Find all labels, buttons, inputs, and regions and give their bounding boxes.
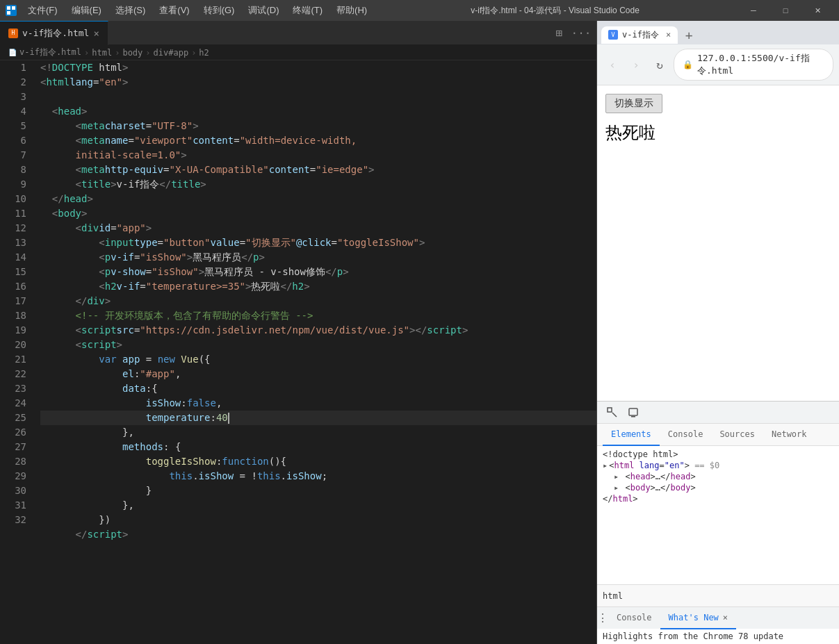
back-button[interactable]: ‹ xyxy=(603,55,622,74)
browser-tab-close[interactable]: × xyxy=(666,30,671,40)
file-icon: H xyxy=(8,28,18,38)
code-line-24: temperature:40 xyxy=(40,411,596,425)
code-line-25: }, xyxy=(40,425,596,440)
close-button[interactable]: ✕ xyxy=(801,0,833,21)
code-line-31: }) xyxy=(40,513,596,527)
code-content[interactable]: <!DOCTYPE html> <html lang="en"> <head> … xyxy=(35,60,596,644)
code-line-4: <head> xyxy=(40,104,596,119)
menu-select[interactable]: 选择(S) xyxy=(110,1,151,19)
breadcrumb-body[interactable]: body xyxy=(122,48,142,58)
code-line-23: isShow:false, xyxy=(40,396,596,411)
dom-doctype[interactable]: <!doctype html> xyxy=(603,449,833,460)
code-line-6: <meta name="viewport" content="width=dev… xyxy=(40,133,596,148)
dom-breadcrumb[interactable]: html xyxy=(603,591,623,601)
code-line-3 xyxy=(40,90,596,104)
browser-panel: V v-if指令 × + ‹ › ↻ 🔒 127.0.0.1:5500/v-if… xyxy=(596,21,839,644)
split-editor-button[interactable]: ⊞ xyxy=(549,23,569,42)
menu-debug[interactable]: 调试(D) xyxy=(243,1,284,19)
breadcrumb-h2[interactable]: h2 xyxy=(199,48,209,58)
lock-icon: 🔒 xyxy=(683,60,693,69)
app-icon xyxy=(6,5,17,16)
device-mode-button[interactable] xyxy=(624,403,643,422)
refresh-button[interactable]: ↻ xyxy=(650,55,669,74)
browser-tab-vif[interactable]: V v-if指令 × xyxy=(601,26,678,44)
toggle-display-button[interactable]: 切换显示 xyxy=(605,94,662,113)
code-line-30: }, xyxy=(40,498,596,513)
whats-new-bottom-tab[interactable]: What's New × xyxy=(660,607,736,629)
menu-goto[interactable]: 转到(G) xyxy=(198,1,241,19)
code-line-12: <input type="button" value="切换显示" @click… xyxy=(40,236,596,250)
window-controls: ─ □ ✕ xyxy=(738,0,833,21)
menu-file[interactable]: 文件(F) xyxy=(22,1,63,19)
sources-tab[interactable]: Sources xyxy=(711,424,763,446)
menu-terminal[interactable]: 终端(T) xyxy=(287,1,328,19)
close-tab-button[interactable]: × xyxy=(93,28,99,39)
dom-html-close[interactable]: </html> xyxy=(603,493,833,504)
tab-bar: H v-if指令.html × ⊞ ··· xyxy=(0,21,596,45)
tab-actions: ⊞ ··· xyxy=(549,23,596,42)
code-line-15: <h2 v-if="temperature>=35">热死啦</h2> xyxy=(40,279,596,294)
devtools-panel-tabs: Elements Console Sources Network xyxy=(597,424,839,446)
code-line-11: <div id="app"> xyxy=(40,221,596,236)
code-line-16: </div> xyxy=(40,294,596,308)
dom-body[interactable]: ▸ <body>…</body> xyxy=(603,482,833,493)
svg-rect-0 xyxy=(7,6,10,10)
devtools-footer: html xyxy=(597,584,839,606)
code-line-20: var app = new Vue({ xyxy=(40,352,596,367)
network-tab[interactable]: Network xyxy=(763,424,815,446)
more-actions-button[interactable]: ··· xyxy=(571,23,591,42)
console-bottom-tab[interactable]: Console xyxy=(608,607,660,629)
svg-rect-1 xyxy=(12,6,15,10)
code-line-2: <html lang="en"> xyxy=(40,75,596,90)
dom-head[interactable]: ▸ <head>…</head> xyxy=(603,471,833,482)
editor-tab-vif[interactable]: H v-if指令.html × xyxy=(0,21,108,45)
breadcrumb-html[interactable]: html xyxy=(92,48,112,58)
menu-view[interactable]: 查看(V) xyxy=(154,1,195,19)
code-line-18: <script src="https://cdn.jsdelivr.net/np… xyxy=(40,323,596,338)
breadcrumb-file[interactable]: v-if指令.html xyxy=(19,47,81,58)
menu-bar: 文件(F) 编辑(E) 选择(S) 查看(V) 转到(G) 调试(D) 终端(T… xyxy=(0,0,839,21)
breadcrumb: 📄 v-if指令.html › html › body › div#app › … xyxy=(0,45,596,60)
code-line-14: <p v-show="isShow">黑马程序员 - v-show修饰</p> xyxy=(40,265,596,279)
address-input[interactable]: 🔒 127.0.0.1:5500/v-if指令.html xyxy=(674,49,833,81)
code-editor[interactable]: 12345 678910 1112131415 1617181920 21222… xyxy=(0,60,596,644)
window-title: v-if指令.html - 04-源代码 - Visual Studio Cod… xyxy=(375,5,735,17)
browser-nav: V v-if指令 × + ‹ › ↻ 🔒 127.0.0.1:5500/v-if… xyxy=(597,21,839,85)
console-tab[interactable]: Console xyxy=(660,424,712,446)
code-line-26: methods: { xyxy=(40,440,596,454)
menu-help[interactable]: 帮助(H) xyxy=(331,1,373,19)
browser-address-bar: ‹ › ↻ 🔒 127.0.0.1:5500/v-if指令.html xyxy=(597,44,839,85)
code-line-17: <!-- 开发环境版本，包含了有帮助的命令行警告 --> xyxy=(40,308,596,323)
svg-rect-3 xyxy=(608,408,612,412)
code-line-9: </head> xyxy=(40,192,596,206)
menu-edit[interactable]: 编辑(E) xyxy=(66,1,107,19)
new-tab-button[interactable]: + xyxy=(679,25,699,44)
code-line-13: <p v-if="isShow">黑马程序员</p> xyxy=(40,250,596,265)
code-line-22: data:{ xyxy=(40,381,596,396)
code-line-6b: initial-scale=1.0"> xyxy=(40,148,596,163)
code-line-8: <title>v-if指令</title> xyxy=(40,177,596,192)
browser-content: 切换显示 热死啦 xyxy=(597,85,839,401)
whats-new-close-button[interactable]: × xyxy=(723,613,728,622)
devtools-settings-icon[interactable]: ⋮ xyxy=(597,613,608,624)
svg-rect-2 xyxy=(7,11,10,15)
breadcrumb-divapp[interactable]: div#app xyxy=(154,48,189,58)
code-line-28: this.isShow = !this.isShow; xyxy=(40,469,596,484)
line-numbers: 12345 678910 1112131415 1617181920 21222… xyxy=(0,60,35,644)
elements-tab[interactable]: Elements xyxy=(603,424,660,446)
devtools-dom-content[interactable]: <!doctype html> ▸<html lang="en"> == $0 … xyxy=(597,446,839,584)
code-line-21: el:"#app", xyxy=(40,367,596,381)
dom-html[interactable]: ▸<html lang="en"> == $0 xyxy=(603,460,833,471)
devtools-bottom-tabs: ⋮ Console What's New × xyxy=(597,606,839,629)
browser-favicon: V xyxy=(608,30,618,40)
editor-area: H v-if指令.html × ⊞ ··· 📄 v-if指令.html › ht… xyxy=(0,21,596,644)
code-line-7: <meta http-equiv="X-UA-Compatible" conte… xyxy=(40,163,596,177)
element-picker-button[interactable] xyxy=(603,403,622,422)
tab-label: v-if指令.html xyxy=(22,27,89,40)
code-line-32: </script> xyxy=(40,527,596,542)
forward-button[interactable]: › xyxy=(626,55,646,74)
browser-tab-title: v-if指令 xyxy=(622,29,659,41)
maximize-button[interactable]: □ xyxy=(769,0,801,21)
minimize-button[interactable]: ─ xyxy=(738,0,769,21)
file-icon-small: 📄 xyxy=(8,49,17,56)
